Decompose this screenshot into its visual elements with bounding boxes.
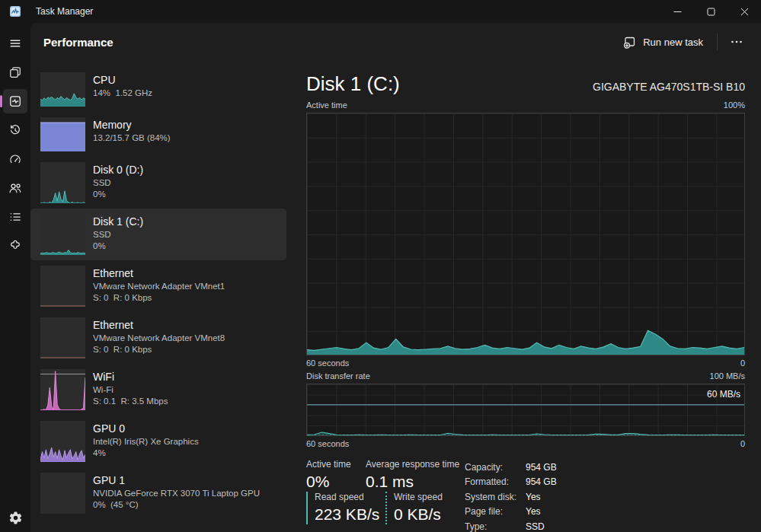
transfer-rate-chart-max: 100 MB/s [710, 371, 745, 381]
content-panel: Performance Run new task CPU14% 1.52 GHz… [30, 23, 761, 532]
users-icon [8, 180, 23, 196]
rail-item-performance[interactable] [3, 89, 27, 113]
sidebar-item-subtext: VMware Network Adapter VMnet1 [93, 281, 225, 292]
disk-property-value: Yes [526, 490, 541, 505]
header-divider [717, 33, 718, 50]
disk-property-value: 954 GB [526, 460, 557, 475]
performance-sidebar: CPU14% 1.52 GHzMemory13.2/15.7 GB (84%)D… [30, 67, 286, 519]
stat-write-speed: Write speed 0 KB/s [385, 492, 443, 524]
performance-icon [8, 94, 23, 109]
rail-item-services[interactable] [3, 234, 27, 258]
sidebar-item-subtext: Intel(R) Iris(R) Xe Graphics [93, 436, 199, 448]
mini-chart-gpu-0 [40, 421, 85, 462]
sidebar-item-title: GPU 1 [93, 473, 260, 488]
sidebar-item-title: Ethernet [93, 318, 225, 333]
sidebar-item-subtext: S: 0 R: 0 Kbps [93, 292, 225, 304]
rail-item-processes[interactable] [3, 60, 27, 84]
mini-chart-wifi [40, 369, 85, 410]
mini-chart-cpu [40, 72, 85, 107]
stat-active-time: Active time 0% [306, 459, 351, 492]
sidebar-item-ethernet-2[interactable]: EthernetVMware Network Adapter VMnet8S: … [30, 312, 286, 364]
transfer-rate-chart: 60 MB/s [306, 384, 745, 436]
sidebar-item-wifi[interactable]: WiFiWi-FiS: 0.1 R: 3.5 Mbps [30, 364, 286, 416]
rail-item-details[interactable] [3, 205, 27, 229]
transfer-rate-x-right: 0 [740, 438, 745, 449]
active-time-x-right: 0 [740, 358, 745, 368]
minimize-button[interactable] [660, 0, 694, 23]
transfer-rate-x-left: 60 seconds [306, 438, 349, 449]
content-header: Performance Run new task [30, 23, 761, 61]
run-new-task-label: Run new task [643, 37, 703, 48]
sidebar-item-title: WiFi [93, 370, 168, 384]
sidebar-item-memory[interactable]: Memory13.2/15.7 GB (84%) [30, 112, 286, 157]
disk-property-value: Yes [526, 505, 541, 519]
maximize-icon [707, 8, 715, 16]
mini-chart-gpu-1 [40, 473, 85, 514]
disk-property-label: Capacity: [465, 460, 526, 475]
disk-detail-panel: Disk 1 (C:) GIGABYTE AG470S1TB-SI B10 Ac… [306, 62, 745, 532]
maximize-button[interactable] [694, 0, 727, 23]
rail-item-users[interactable] [3, 176, 27, 200]
disk-property-label: System disk: [465, 490, 526, 505]
disk-property-value: SSD [526, 520, 545, 532]
disk-property-label: Type: [465, 520, 526, 532]
more-options-button[interactable] [723, 30, 750, 53]
close-button[interactable] [727, 0, 761, 23]
disk-property-label: Formatted: [465, 475, 526, 489]
sidebar-item-subtext: Wi-Fi [93, 384, 168, 396]
mini-chart-disk-1 [40, 214, 85, 255]
sidebar-item-title: Ethernet [93, 266, 225, 281]
mini-chart-disk-0 [40, 162, 85, 203]
minimize-icon [673, 8, 682, 16]
rail-item-app-history[interactable] [3, 118, 27, 142]
sidebar-item-subtext: S: 0.1 R: 3.5 Mbps [93, 396, 168, 407]
transfer-rate-chart-label: Disk transfer rate [306, 371, 370, 381]
disk-property-value: 954 GB [526, 475, 557, 489]
sidebar-item-cpu[interactable]: CPU14% 1.52 GHz [30, 67, 286, 112]
mini-chart-ethernet-1 [40, 266, 85, 307]
menu-button[interactable] [3, 31, 27, 56]
disk-property-row: Page file:Yes [465, 505, 557, 519]
settings-button[interactable] [3, 505, 27, 530]
sidebar-item-subtext: NVIDIA GeForce RTX 3070 Ti Laptop GPU [93, 488, 260, 499]
sidebar-item-ethernet-1[interactable]: EthernetVMware Network Adapter VMnet1S: … [30, 260, 286, 312]
task-manager-window: Task Manager [0, 0, 761, 532]
window-controls [660, 0, 761, 23]
mini-chart-ethernet-2 [40, 317, 85, 358]
window-title: Task Manager [36, 6, 93, 17]
startup-apps-icon [8, 151, 23, 167]
sidebar-item-subtext: 0% [93, 241, 143, 252]
rail-item-startup-apps[interactable] [3, 147, 27, 171]
device-model: GIGABYTE AG470S1TB-SI B10 [593, 81, 745, 93]
page-title: Performance [43, 36, 114, 49]
sidebar-item-gpu-1[interactable]: GPU 1NVIDIA GeForce RTX 3070 Ti Laptop G… [30, 467, 286, 519]
sidebar-item-gpu-0[interactable]: GPU 0Intel(R) Iris(R) Xe Graphics4% [30, 416, 286, 467]
device-title: Disk 1 (C:) [306, 70, 400, 97]
disk-property-row: Capacity:954 GB [465, 460, 557, 475]
sidebar-item-subtext: 0% (45 °C) [93, 499, 260, 511]
sidebar-item-subtext: SSD [93, 177, 143, 189]
sidebar-item-title: Disk 1 (C:) [93, 215, 143, 229]
processes-icon [8, 65, 23, 80]
sidebar-item-subtext: 4% [93, 448, 199, 459]
sidebar-item-disk-1[interactable]: Disk 1 (C:)SSD0% [30, 209, 286, 260]
sidebar-item-title: CPU [93, 73, 152, 88]
services-icon [8, 238, 23, 253]
run-new-task-button[interactable]: Run new task [615, 31, 711, 53]
transfer-rate-scale-label: 60 MB/s [707, 389, 740, 400]
sidebar-item-subtext: 0% [93, 189, 143, 200]
close-icon [740, 8, 749, 16]
app-history-icon [8, 123, 23, 138]
sidebar-item-disk-0[interactable]: Disk 0 (D:)SSD0% [30, 157, 286, 209]
active-time-chart [306, 113, 745, 355]
sidebar-item-title: Memory [93, 118, 171, 132]
disk-property-row: Formatted:954 GB [465, 475, 557, 489]
sidebar-item-subtext: S: 0 R: 0 Kbps [93, 344, 225, 355]
disk-property-label: Page file: [465, 505, 526, 519]
disk-stats: Active time 0% Average response time 0.1… [306, 455, 745, 532]
disk-property-row: Type:SSD [465, 520, 557, 532]
stat-average-response-time: Average response time 0.1 ms [366, 459, 459, 492]
menu-icon [8, 36, 23, 51]
mini-chart-memory [40, 117, 85, 151]
stat-read-speed: Read speed 223 KB/s [306, 492, 379, 524]
